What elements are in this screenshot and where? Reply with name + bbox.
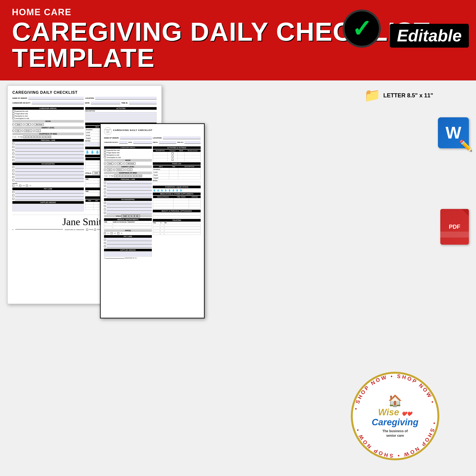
energy-low-btn: Low [36,130,41,132]
header-banner: HOME CARE CAREGIVING DAILY CHECKLIST TEM… [0,0,476,81]
sec-housekeeping-header: HOUSEKEEPING [104,198,152,201]
word-icon: W ✏️ [438,117,469,148]
sharpness-header: SHARPNESS OF MIND [12,133,84,135]
hearts-icon: ❤️❤️ [402,411,412,416]
mood-ok-btn: OK [26,123,31,126]
time-field [129,102,157,104]
supplies-header: SUPPLIES NEEDED [12,201,84,204]
letter-size-text: LETTER 8.5" x 11" [383,92,433,99]
location-field [95,97,157,100]
pdf-icon-container: PDF [440,209,469,245]
sig-label: SIGNATURE OF CAREGIVER [65,229,84,230]
name-label: NAME OF SENIOR: [12,97,27,99]
pencil-icon: ✏️ [459,139,473,152]
sec-personal-care-header: PERSONAL CARE [104,178,152,181]
sec-medications-header: MEDICATIONS & VITAMIN SUPPLEMENTS [153,192,201,195]
cb-expected-label: Expected the visit [15,110,28,112]
num-9: 9 [46,136,48,138]
energy-low-cb [33,130,35,132]
caregiver-arrival-header: CAREGIVER ARRIVAL [12,107,84,110]
sec-medical-header: MEDICAL APPOINTMENTS [104,218,152,221]
num-6: 6 [37,136,40,138]
mood-not-good-btn: Not Good [34,123,44,126]
sec-supplies-header: SUPPLIES NEEDED [104,249,152,251]
num-8: 8 [43,136,46,138]
pdf-corner [462,209,469,216]
date-field [91,102,120,104]
energy-med-cb [21,130,23,132]
num-2: 2 [26,136,28,138]
sec-food-header: FOOD LOG [153,162,201,165]
num-3: 3 [29,136,31,138]
temp-label: TEMP [93,171,100,174]
pet-care-header: PET CARE [12,187,84,190]
personal-care-header: PERSONAL CARE [12,139,84,142]
mood-good-cb [12,123,14,125]
mood-not-good-cb [32,123,34,125]
sharpness-label: 1 Low – 10 High [12,136,23,137]
energy-med-btn: Medium [24,130,32,132]
num-5: 5 [34,136,37,138]
sec-food-table: MEALTIMEDESCRIPTION Breakfast Lunch Snac… [153,165,201,179]
vitals-label: VITALS: [85,172,92,174]
wise-label: Wise [378,407,399,417]
time-label: TIME IN: [121,102,128,104]
cb-unreceptive-label: Unreceptive to visit [15,118,29,119]
sec-energy-header: ENERGY LEVEL [104,165,152,168]
letter-size-container: 📁 LETTER 8.5" x 11" [364,87,433,103]
num-4: 4 [32,136,34,138]
energy-high-btn: High [15,130,20,132]
sec-sharpness-header: SHARPNESS OF MIND [104,171,152,174]
cb-receptive-label: Receptive to visit [15,115,28,117]
cb-unreceptive [12,117,14,119]
checkmark-circle-icon [343,10,381,48]
num-1: 1 [23,136,25,138]
sec-activities-header: ACTIVITIES & OUTINGS [153,146,201,149]
sec-signature-row: X SIGNATURE OF CA... [104,257,152,259]
cb-receptive [12,115,14,117]
cb-expected [12,110,14,112]
house-icon: 🏠 [364,394,426,408]
sig-x: X [12,229,13,230]
home-care-label: HOME CARE [12,7,464,17]
housekeeping-header: HOUSEKEEPING [12,163,84,165]
company-logo: COMPANYLOGOHERE [104,127,112,135]
energy-header: ENERGY LEVEL [12,126,84,129]
name-field [28,97,84,100]
sec-arrival-header: CAREGIVER ARRIVAL [104,146,152,149]
nap-header: NAP(S) [12,183,17,184]
caregiver-field [32,102,84,104]
mood-header: MOOD [12,120,84,122]
mood-good-btn: Good [15,123,22,126]
num-7: 7 [40,136,43,138]
sec-nap-header: NAP(S) [104,229,152,232]
shop-circle: • SHOP NOW • SHOP NOW • • SHOP NOW • SHO… [350,371,440,461]
num-10: 10 [49,136,51,138]
doc-main-title: CAREGIVING DAILY CHECKLIST [12,90,157,95]
content-area: CAREGIVING DAILY CHECKLIST NAME OF SENIO… [0,81,476,476]
desc-label: DESCRIPTION [85,110,157,112]
mood-ok-cb [23,123,25,125]
shop-circle-inner: 🏠 Wise ❤️❤️ Caregiving The business ofse… [364,394,426,438]
sec-toleting-header: TOILETING [153,219,201,221]
sec-pet-care-header: PET CARE [104,235,152,238]
editable-badge: Editable [390,24,469,48]
folder-icon: 📁 [364,87,381,103]
word-icon-container: W ✏️ [438,117,469,148]
cb-forgot-label: Forgot about visit [15,113,28,115]
caregiving-label: Caregiving [372,417,418,427]
doc-secondary-header: COMPANYLOGOHERE CAREGIVING DAILY CHECKLI… [104,127,201,135]
date-label: DATE: [85,102,90,104]
supplies-field [12,204,84,211]
sec-medications-table: Medicine/VitaminTIME TAKENDOSAGE [153,196,201,209]
shop-tagline: The business ofsenior care [364,429,426,438]
sec-hydration-drops: 💧 💧 💧 💧 💧 💧 💧 💧 [153,189,201,192]
sec-beauty-header: BEAUTY & PERSONAL APPEARANCE [153,210,201,212]
sec-activities-table: DESCRIPTIONTransportMI/KMReimbursement [153,150,201,161]
sec-mood-header: MOOD [104,159,152,162]
doc-secondary-preview: COMPANYLOGOHERE CAREGIVING DAILY CHECKLI… [100,123,205,319]
sec-hydration-header: HYDRATION / LIQUID INTAKE [153,186,201,188]
sec-vitals-row: VITALS: TEMP PL RR [104,215,152,217]
pdf-icon: PDF [440,209,469,245]
energy-high-cb [12,130,14,132]
